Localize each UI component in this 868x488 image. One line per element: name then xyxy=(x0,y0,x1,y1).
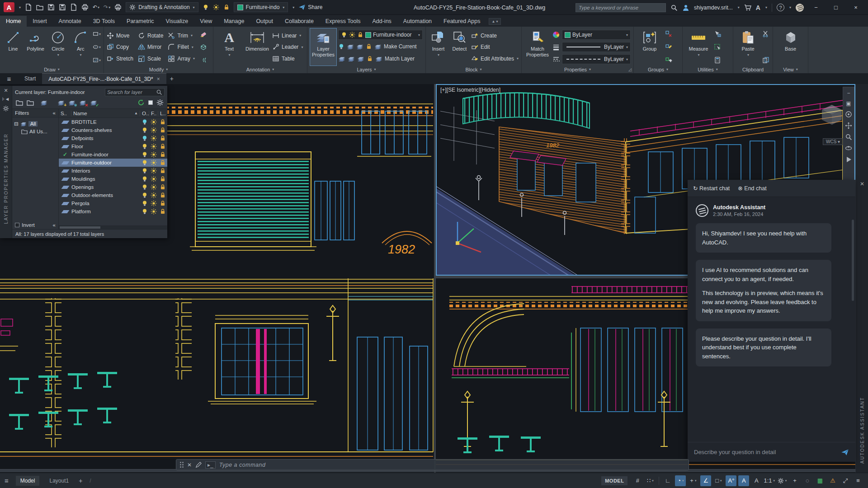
isodraft-icon[interactable]: +▾ xyxy=(688,475,698,486)
snap-toggle-icon[interactable]: ∷▾ xyxy=(645,475,656,486)
qat-layer-dropdown[interactable]: Furniture-indo ▾ xyxy=(234,2,288,12)
object-color-dropdown[interactable]: ByLayer▾ xyxy=(562,30,631,40)
layer-freeze-icon[interactable] xyxy=(149,143,158,150)
user-name[interactable]: shiyamdev.srit... xyxy=(694,5,733,11)
layer-row[interactable]: BRDTITLE xyxy=(59,118,167,126)
group-edit-icon[interactable] xyxy=(665,43,673,51)
chat-scrollbar[interactable] xyxy=(852,220,854,301)
ellipse-tool-icon[interactable]: ▾ xyxy=(93,43,101,51)
group-button[interactable]: Group xyxy=(637,28,663,66)
tab-start[interactable]: Start xyxy=(18,73,42,84)
make-current-button[interactable]: Make Current xyxy=(338,41,423,52)
assistant-strip-title[interactable]: AUTODESK ASSISTANT xyxy=(860,301,865,464)
panel-label-block[interactable]: Block▾ xyxy=(426,66,521,73)
layer-list-hscrollbar[interactable] xyxy=(59,225,167,229)
viewcube[interactable] xyxy=(819,102,844,127)
scale-button[interactable]: Scale xyxy=(138,53,163,64)
redo-button[interactable]: ↷▾ xyxy=(104,4,110,10)
group-select-icon[interactable] xyxy=(665,56,673,64)
search-icon[interactable] xyxy=(670,4,678,11)
dimension-button[interactable]: Dimension xyxy=(244,28,270,66)
hatch-tool-icon[interactable]: ▾ xyxy=(93,56,101,64)
app-store-icon[interactable] xyxy=(744,4,751,11)
palette-close-icon[interactable]: ✕ xyxy=(4,88,8,93)
tab-collaborate[interactable]: Collaborate xyxy=(279,16,320,27)
table-button[interactable]: Table xyxy=(272,53,303,64)
settings-gear-icon[interactable] xyxy=(156,99,164,106)
workspace-switching-icon[interactable]: ▾ xyxy=(777,475,788,486)
layer-freeze-icon[interactable] xyxy=(149,208,158,215)
circle-button[interactable]: Circle▾ xyxy=(48,28,69,66)
layer-lock-icon[interactable] xyxy=(158,135,167,141)
linear-button[interactable]: Linear▾ xyxy=(272,30,303,41)
leader-button[interactable]: Leader▾ xyxy=(272,42,303,53)
panel-label-modify[interactable]: Modify▾ xyxy=(104,66,213,73)
layer-lock-icon[interactable] xyxy=(158,184,167,190)
match-layer-button[interactable]: Match Layer xyxy=(338,53,423,64)
new-property-filter-icon[interactable] xyxy=(16,99,23,106)
palette-autohide-icon[interactable]: ⊦◄ xyxy=(2,97,10,102)
layer-row[interactable]: Defpoints xyxy=(59,134,167,142)
tab-add-ins[interactable]: Add-ins xyxy=(366,16,397,27)
annotation-monitor-icon[interactable]: ⚠ xyxy=(827,475,838,486)
close-assistant-icon[interactable]: ✕ xyxy=(856,181,868,187)
layer-freeze-icon[interactable] xyxy=(149,184,158,190)
layer-on-icon[interactable] xyxy=(140,151,149,158)
layer-lock-icon[interactable] xyxy=(158,208,167,215)
navbar-minimize-icon[interactable]: − xyxy=(847,90,850,96)
tab-featured-apps[interactable]: Featured Apps xyxy=(438,16,486,27)
object-snap-tracking-icon[interactable]: ∠ xyxy=(700,475,711,486)
autodesk-icon[interactable]: A xyxy=(756,4,760,11)
layer-on-icon[interactable] xyxy=(140,168,149,174)
layer-freeze-icon[interactable] xyxy=(149,168,158,174)
layer-row[interactable]: Pergola xyxy=(59,199,167,207)
save-icon[interactable] xyxy=(47,4,55,11)
zoom-icon[interactable] xyxy=(845,133,852,141)
paste-button[interactable]: Paste▾ xyxy=(736,28,760,66)
batch-plot-icon[interactable] xyxy=(114,4,122,11)
layer-states-icon[interactable] xyxy=(40,99,47,106)
base-button[interactable]: Base xyxy=(778,28,804,66)
layer-search-box[interactable] xyxy=(105,88,165,96)
workspace-dropdown[interactable]: Drafting & Annotation ▾ xyxy=(126,2,198,12)
filter-all[interactable]: ⊟ All xyxy=(14,120,57,127)
move-button[interactable]: Move xyxy=(107,30,133,41)
restart-chat-button[interactable]: ↻ Restart chat xyxy=(693,185,730,192)
send-icon[interactable] xyxy=(841,448,849,456)
insert-button[interactable]: Insert▾ xyxy=(429,28,448,66)
tab-automation[interactable]: Automation xyxy=(397,16,438,27)
copy-button[interactable]: Copy xyxy=(107,42,133,53)
clean-screen-icon[interactable]: ⤢ xyxy=(840,475,851,486)
qat-layer-on-icon[interactable] xyxy=(203,4,209,10)
copy-clip-icon[interactable] xyxy=(762,56,770,64)
full-navigation-wheel-icon[interactable] xyxy=(845,111,852,118)
customize-command-icon[interactable] xyxy=(195,462,202,468)
layer-lock-icon[interactable] xyxy=(158,151,167,158)
tab-view[interactable]: View xyxy=(194,16,218,27)
tab-manage[interactable]: Manage xyxy=(218,16,250,27)
layout-menu-icon[interactable]: ≡ xyxy=(5,477,9,484)
panel-label-layers[interactable]: Layers▾ xyxy=(307,66,425,73)
layer-on-icon[interactable] xyxy=(140,135,149,141)
create-block-button[interactable]: Create xyxy=(471,30,519,41)
filter-all-used[interactable]: All Us... xyxy=(14,127,57,135)
logo-dropdown-icon[interactable]: ▾ xyxy=(19,5,21,9)
annotation-visibility-icon[interactable]: A° xyxy=(726,475,736,486)
orbit-icon[interactable] xyxy=(845,145,852,152)
export-icon[interactable] xyxy=(70,4,77,11)
layer-row[interactable]: Mouldings xyxy=(59,175,167,183)
array-button[interactable]: Array▾ xyxy=(168,53,195,64)
delete-layer-icon[interactable]: ✕ xyxy=(79,99,86,106)
tree-expand-icon[interactable]: ⊟ xyxy=(14,121,19,127)
annotation-scale-icon[interactable]: A xyxy=(751,475,762,486)
layer-freeze-icon[interactable] xyxy=(149,176,158,182)
layer-lock-icon[interactable] xyxy=(158,192,167,198)
layer-on-icon[interactable] xyxy=(140,184,149,190)
layer-lock-icon[interactable] xyxy=(158,160,167,166)
set-current-layer-icon[interactable]: ✓ xyxy=(90,99,97,106)
layer-freeze-icon[interactable] xyxy=(149,151,158,158)
invert-filter-checkbox[interactable]: Invert xyxy=(15,222,35,228)
layer-lock-icon[interactable] xyxy=(158,143,167,150)
panel-label-annotation[interactable]: Annotation▾ xyxy=(213,66,307,73)
model-tab[interactable]: Model xyxy=(16,476,40,486)
